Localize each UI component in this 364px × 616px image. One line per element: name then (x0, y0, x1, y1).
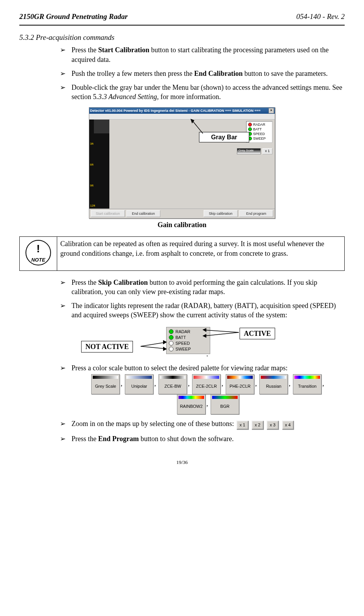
figure-gain-calibration: Detector v01.00.004 Powered by IDS Ingeg… (19, 107, 345, 219)
close-icon[interactable]: × (269, 108, 274, 113)
list-item: Push the trolley a few meters then press… (60, 69, 345, 78)
svg-marker-1 (191, 119, 194, 123)
page-header: 2150GR Ground Penetrating Radar 054-140 … (19, 12, 345, 26)
list-item: Zoom in on the maps up by selecting one … (60, 419, 345, 429)
swatch-icon (261, 376, 286, 379)
note-box: ! NOTE Calibration can be repeated as of… (19, 236, 345, 270)
gray-bar[interactable] (89, 114, 275, 120)
header-right: 054-140 - Rev. 2 (296, 12, 345, 22)
page-number: 19/36 (19, 459, 345, 466)
dot-icon (169, 329, 173, 334)
status-row: SWEEP (248, 136, 270, 141)
swatch-icon (126, 376, 152, 379)
indicator-row: RADAR (169, 329, 208, 335)
bottom-bar: Start calibration End calibration Skip c… (89, 209, 275, 218)
palette-transition[interactable]: Transition (293, 374, 321, 394)
start-calibration-button[interactable]: Start calibration (91, 210, 125, 217)
callout-gray-bar: Gray Bar (199, 132, 249, 143)
palette-unipolar[interactable]: Unipolar (125, 374, 153, 394)
status-row: BATT (248, 127, 270, 132)
list-item: Press the Skip Calibration button to avo… (60, 278, 345, 297)
zoom-x4-button[interactable]: x 4 (282, 421, 294, 429)
svg-line-8 (141, 346, 165, 349)
swatch-icon (294, 376, 320, 379)
indicator-row: SWEEP (169, 346, 208, 352)
swatch-icon (179, 396, 204, 399)
label-not-active: NOT ACTIVE (81, 341, 133, 352)
list-item: Press the End Program button to shut dow… (60, 434, 345, 443)
swatch-icon (160, 376, 185, 379)
svg-line-6 (141, 342, 165, 346)
indicator-row: BATT (169, 335, 208, 341)
palette-zce-2clr[interactable]: ZCE-2CLR (192, 374, 221, 394)
radar-strip: 3ft 6ft 9ft 12ft (89, 120, 109, 209)
titlebar: Detector v01.00.004 Powered by IDS Ingeg… (89, 108, 275, 114)
bullet-list-a: Press the Start Calibration button to st… (19, 45, 345, 101)
list-item: Press a color scale button to select the… (60, 363, 345, 414)
zoom-x3-button[interactable]: x 3 (267, 421, 279, 429)
section-heading: 5.3.2 Pre-acquisition commands (19, 33, 345, 43)
swatch-icon (194, 376, 219, 379)
dot-icon (169, 335, 173, 340)
window-title: Detector v01.00.004 Powered by IDS Ingeg… (90, 108, 260, 113)
status-panel: RADAR BATT SPEED SWEEP (246, 121, 272, 143)
swatch-icon (227, 376, 253, 379)
svg-line-0 (192, 120, 203, 133)
palette-phe-2clr[interactable]: PHE-2CLR (226, 374, 254, 394)
swatch-icon (93, 376, 118, 379)
list-item: The indicator lights represent the radar… (60, 301, 345, 320)
palette-row: Grey Scale, Unipolar, ZCE-BW, ZCE-2CLR, … (71, 374, 345, 414)
palette-bgr[interactable]: BGR (211, 394, 239, 414)
bullet-list-c: Press a color scale button to select the… (19, 363, 345, 443)
palette-russian[interactable]: Russian (259, 374, 288, 394)
dot-icon (169, 341, 173, 346)
palette-rainbow2[interactable]: RAINBOW2 (177, 394, 206, 414)
swatch-icon (212, 396, 238, 399)
header-left: 2150GR Ground Penetrating Radar (19, 12, 128, 22)
app-window: Detector v01.00.004 Powered by IDS Ingeg… (89, 107, 275, 219)
note-text: Calibration can be repeated as often as … (57, 237, 345, 270)
indicator-panel: RADAR BATT SPEED SWEEP (166, 327, 210, 354)
end-program-button[interactable]: End program (239, 210, 273, 217)
zoom-x1-button[interactable]: x 1 (236, 421, 248, 429)
multiplier-button[interactable]: x 1 (262, 148, 272, 154)
dot-icon (248, 127, 252, 131)
note-icon: ! NOTE (26, 240, 51, 265)
zoom-buttons: x 1 x 2 x 3 x 4 (236, 419, 294, 429)
status-row: SPEED (248, 132, 270, 136)
skip-calibration-button[interactable]: Skip calibration (204, 210, 238, 217)
end-calibration-button[interactable]: End calibration (126, 210, 160, 217)
scale-selector: Grey Scale x 1 (237, 148, 272, 154)
app-body: 3ft 6ft 9ft 12ft RADAR BATT SPEED SWEEP … (89, 120, 275, 209)
figure-caption: Gain calibration (19, 220, 345, 229)
radar-noise (94, 120, 109, 133)
bullet-list-b: Press the Skip Calibration button to avo… (19, 278, 345, 320)
palette-zce-bw[interactable]: ZCE-BW (158, 374, 187, 394)
list-item: Double-click the gray bar under the Menu… (60, 83, 345, 102)
palette-grey-scale[interactable]: Grey Scale (91, 374, 120, 394)
dot-icon (169, 347, 173, 351)
label-active: ACTIVE (240, 328, 275, 339)
status-row: RADAR (248, 122, 270, 127)
indicator-diagram: RADAR BATT SPEED SWEEP . ACTIVE NOT ACTI… (19, 325, 345, 356)
grey-scale-swatch[interactable]: Grey Scale (237, 148, 261, 154)
dot-icon (248, 123, 252, 127)
zoom-x2-button[interactable]: x 2 (252, 421, 264, 429)
list-item: Press the Start Calibration button to st… (60, 45, 345, 64)
indicator-row: SPEED (169, 341, 208, 346)
note-icon-cell: ! NOTE (20, 237, 57, 270)
